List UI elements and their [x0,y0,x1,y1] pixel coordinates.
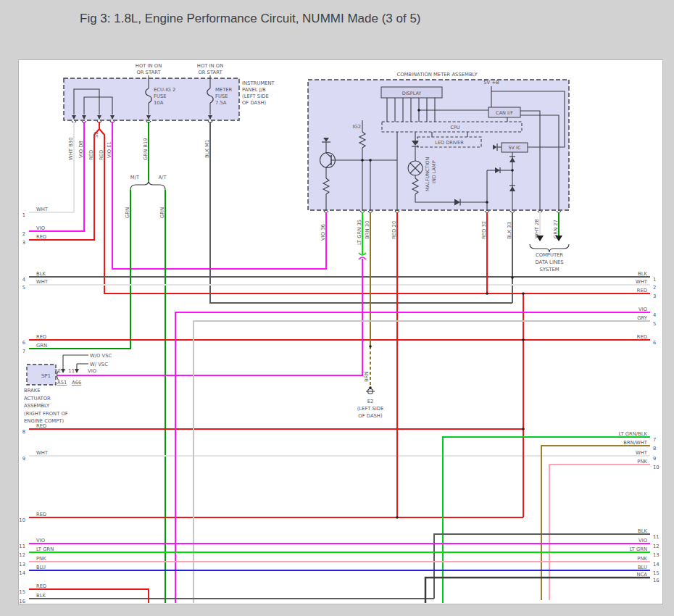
left-row-label: RED [36,583,46,589]
left-row-label: WHT [36,279,49,285]
ig2-label: IG2 [352,124,361,130]
right-row-label: BLK [638,528,647,534]
junction [511,276,514,279]
fuse-label: 7.5A [215,100,227,106]
wire-b30-wht [29,122,74,212]
jb-label: PANEL J/B [242,87,266,93]
right-row-number: 5 [653,321,656,327]
right-row-label: LT GRN/BLK [619,431,648,437]
right-row-label: NCA [637,572,648,578]
vsc-label: W/ VSC [90,362,108,367]
right-row-number: 12 [653,544,660,549]
junction [511,169,514,172]
right-row-label: VIO [638,307,647,312]
left-row-label: WHT [36,450,49,456]
left-row-label: PNK [36,556,46,562]
brn-label: BRN [364,372,370,382]
junction [369,386,372,389]
left-row-number: 6 [22,340,25,346]
junction [486,201,488,204]
hot-label: OR START [198,70,222,75]
display-label: DISPLAY [402,91,422,96]
jb-label: (LEFT SIDE [242,93,269,99]
wire-color-label: VIO [88,368,96,374]
junction [369,345,372,348]
mt-label: M/T [130,175,140,180]
right-row-number: 3 [653,294,656,299]
fuse-label: FUSE [215,93,228,99]
junction [522,292,525,295]
right-row-label: BLK [638,271,647,277]
right-row-number: 1 [653,277,656,283]
left-row-number: 10 [19,517,25,523]
right-row-label: GRY [637,315,648,321]
left-row-number: 14 [19,570,25,576]
junction [396,516,399,519]
left-row-number: 12 [19,552,25,558]
pin-label: LT GRN 35 [357,220,362,245]
right-row-label: RED [637,288,647,294]
junction [486,292,488,295]
pin-label: WHT B30 [68,138,74,160]
branch-label: GRN [159,207,165,218]
jb-label: INSTRUMENT [242,80,275,86]
branch-label: GRN [125,207,130,218]
brake-label: ASSEMBLY [24,403,50,409]
meter-title: COMBINATION METER ASSEMBLY [396,72,478,78]
computer-data-brace [530,244,569,252]
wo-vsc-arrow [61,369,65,373]
right-row-number: 14 [653,562,660,567]
brake-label: BRAKE [24,388,41,394]
left-row-number: 8 [22,429,25,435]
left-row-number: 3 [22,240,25,246]
left-row-label: GRN [36,343,47,349]
right-row-label: BRN/WHT [623,440,648,446]
computer-data-label: COMPUTER [536,252,563,258]
left-row-number: 7 [22,349,25,354]
left-row-number: 4 [22,277,25,283]
e2-label: OF DASH) [358,413,383,419]
fuse-label: 10A [154,100,164,106]
junction [369,159,372,162]
wiring-diagram: HOT IN ONOR STARTHOT IN ONOR STARTECU-IG… [0,0,674,616]
left-row-label: BLK [36,593,46,599]
pin-label: VIO D8 [78,141,84,158]
sp1-label: SP1 [41,373,51,379]
e2-label: E2 [367,399,374,404]
left-row-label: RED [36,334,46,340]
sp1-pin: 11 [68,368,75,374]
left-row-label: RED [36,423,46,429]
computer-data-label: SYSTEM [539,267,559,272]
fuse-label: METER [215,87,233,93]
pin-label: WHT 28 [534,219,540,238]
led-driver-label: LED DRIVER [435,140,464,146]
mt-at-split-brace [130,180,165,190]
pin-label: GRN B19 [143,138,149,160]
wire-row16r-nca [425,578,650,603]
left-row-label: VIO [36,225,45,231]
right-row-label: VIO [638,538,647,544]
pin-label: S2 [93,131,99,138]
hot-label: HOT IN ON [136,63,162,69]
left-row-number: 16 [19,599,25,604]
left-row-number: 11 [19,544,25,549]
right-row-number: 13 [653,552,660,558]
e2-label: (LEFT SIDE [357,406,384,412]
right-row-number: 9 [653,456,656,462]
junction [417,109,420,112]
left-row-label: RED [36,512,46,517]
right-row-number: 8 [653,446,656,451]
right-row-label: WHT [636,450,648,456]
left-row-number: 1 [22,212,25,218]
connector-id: A66 [72,380,81,386]
left-row-label: RED [36,234,46,240]
pin-label: VIO E1 [107,141,112,158]
pin-label: BLK 33 [507,222,512,239]
right-row-label: RED [637,334,647,340]
wire-d8-vio [29,122,84,231]
left-row-number: 2 [22,231,25,237]
right-row-label: PNK [637,556,647,562]
jb-label: OF DASH) [242,100,267,106]
brake-label: (RIGHT FRONT OF [24,411,68,417]
left-row-number: 9 [22,456,25,462]
